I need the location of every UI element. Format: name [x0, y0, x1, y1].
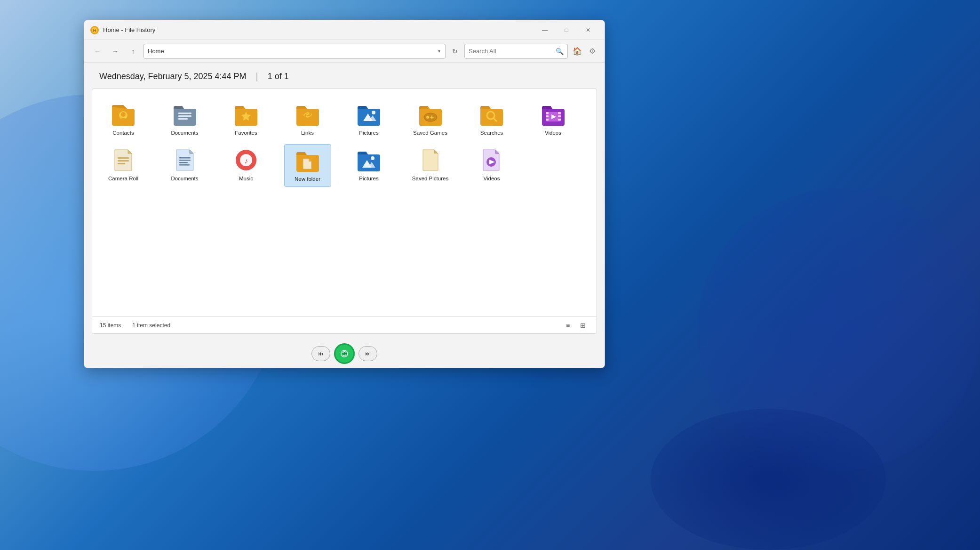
svg-rect-20 — [546, 112, 549, 114]
refresh-button[interactable]: ↻ — [448, 45, 462, 58]
pictures-file-icon — [355, 148, 383, 172]
file-item-saved-games[interactable]: Saved Games — [407, 98, 454, 140]
selected-text: 1 item selected — [132, 322, 170, 329]
new-folder-label: New folder — [295, 176, 320, 183]
play-button[interactable] — [334, 343, 355, 364]
file-item-pictures2[interactable]: Pictures — [345, 144, 392, 187]
svg-rect-29 — [118, 163, 125, 164]
prev-button[interactable]: ⏮ — [311, 346, 330, 361]
videos-file-label: Videos — [484, 175, 500, 182]
contacts-icon — [109, 102, 137, 127]
close-button[interactable]: ✕ — [577, 23, 599, 38]
favorites-icon — [232, 102, 260, 127]
search-bar[interactable]: 🔍 — [464, 44, 568, 59]
status-bar: 15 items 1 item selected ≡ ⊞ — [92, 316, 597, 333]
toolbar-right-icons: 🏠 ⚙ — [571, 45, 599, 58]
date-text: Wednesday, February 5, 2025 4:44 PM — [99, 72, 247, 81]
videos-folder-label: Videos — [545, 129, 561, 137]
file-area: Contacts Documents — [92, 89, 597, 334]
search-icon[interactable]: 🔍 — [556, 48, 564, 55]
file-item-new-folder[interactable]: New folder — [284, 144, 331, 187]
saved-games-label: Saved Games — [413, 129, 447, 137]
svg-text:H: H — [93, 28, 96, 33]
links-icon — [294, 102, 322, 127]
documents-file-label: Documents — [171, 175, 198, 182]
pictures-folder-label: Pictures — [359, 129, 379, 137]
svg-rect-16 — [430, 117, 434, 118]
music-icon: ♪ — [232, 148, 260, 172]
svg-text:♪: ♪ — [244, 157, 248, 165]
file-item-searches[interactable]: Searches — [468, 98, 515, 140]
items-count: 15 items — [100, 322, 121, 329]
svg-rect-30 — [179, 157, 191, 159]
file-item-documents[interactable]: Documents — [161, 98, 208, 140]
contacts-label: Contacts — [112, 129, 134, 137]
file-item-pictures[interactable]: Pictures — [345, 98, 392, 140]
svg-rect-33 — [179, 164, 190, 166]
playback-controls: ⏮ ⏭ — [84, 339, 605, 368]
svg-rect-24 — [558, 115, 561, 117]
file-item-contacts[interactable]: Contacts — [100, 98, 147, 140]
svg-rect-5 — [178, 113, 191, 114]
file-item-videos2[interactable]: Videos — [468, 144, 515, 187]
camera-roll-label: Camera Roll — [108, 175, 138, 182]
list-view-button[interactable]: ≡ — [562, 320, 574, 331]
saved-pictures-icon — [416, 148, 445, 172]
svg-rect-23 — [558, 112, 561, 114]
links-label: Links — [301, 129, 314, 137]
up-button[interactable]: ↑ — [126, 44, 141, 59]
saved-games-icon — [416, 102, 445, 127]
file-history-window: H Home - File History — □ ✕ ← → ↑ ▾ ↻ 🔍 … — [84, 20, 605, 368]
file-item-favorites[interactable]: Favorites — [223, 98, 270, 140]
svg-point-4 — [121, 112, 126, 117]
home-icon-button[interactable]: 🏠 — [571, 45, 584, 58]
app-icon: H — [90, 25, 99, 35]
file-item-videos[interactable]: Videos — [530, 98, 577, 140]
status-left: 15 items 1 item selected — [100, 322, 170, 329]
minimize-button[interactable]: — — [534, 23, 556, 38]
pictures-file-label: Pictures — [359, 175, 379, 182]
svg-rect-7 — [178, 118, 188, 120]
svg-rect-31 — [179, 160, 191, 161]
favorites-label: Favorites — [235, 129, 257, 137]
settings-icon-button[interactable]: ⚙ — [586, 45, 599, 58]
forward-button[interactable]: → — [108, 44, 123, 59]
grid-view-button[interactable]: ⊞ — [577, 320, 589, 331]
svg-point-14 — [426, 116, 429, 119]
file-item-music[interactable]: ♪ Music — [223, 144, 270, 187]
svg-rect-21 — [546, 115, 549, 117]
page-indicator: 1 of 1 — [268, 72, 289, 81]
new-folder-icon — [294, 148, 322, 173]
svg-rect-25 — [558, 119, 561, 121]
pictures-folder-icon — [355, 102, 383, 127]
file-grid: Contacts Documents — [92, 89, 597, 316]
svg-rect-32 — [179, 162, 188, 163]
svg-point-40 — [371, 156, 374, 160]
window-controls: — □ ✕ — [534, 23, 599, 38]
window-title: Home - File History — [103, 26, 534, 33]
address-input[interactable] — [148, 48, 437, 55]
file-item-camera-roll[interactable]: Camera Roll — [100, 144, 147, 187]
music-label: Music — [239, 175, 253, 182]
saved-pictures-label: Saved Pictures — [412, 175, 448, 182]
documents-folder-label: Documents — [171, 129, 198, 137]
svg-rect-6 — [178, 115, 191, 117]
svg-rect-22 — [546, 119, 549, 121]
documents-folder-icon — [171, 102, 199, 127]
searches-icon — [478, 102, 506, 127]
svg-rect-27 — [118, 157, 129, 159]
next-button[interactable]: ⏭ — [359, 346, 377, 361]
titlebar: H Home - File History — □ ✕ — [84, 20, 605, 40]
address-bar[interactable]: ▾ — [143, 44, 446, 59]
file-item-links[interactable]: Links — [284, 98, 331, 140]
status-right: ≡ ⊞ — [562, 320, 589, 331]
documents-file-icon — [171, 148, 199, 172]
videos-file-icon — [478, 148, 506, 172]
file-item-documents2[interactable]: Documents — [161, 144, 208, 187]
toolbar: ← → ↑ ▾ ↻ 🔍 🏠 ⚙ — [84, 40, 605, 63]
maximize-button[interactable]: □ — [556, 23, 577, 38]
search-input[interactable] — [469, 48, 553, 55]
address-dropdown-icon[interactable]: ▾ — [437, 48, 441, 55]
back-button[interactable]: ← — [90, 44, 105, 59]
file-item-saved-pictures[interactable]: Saved Pictures — [407, 144, 454, 187]
